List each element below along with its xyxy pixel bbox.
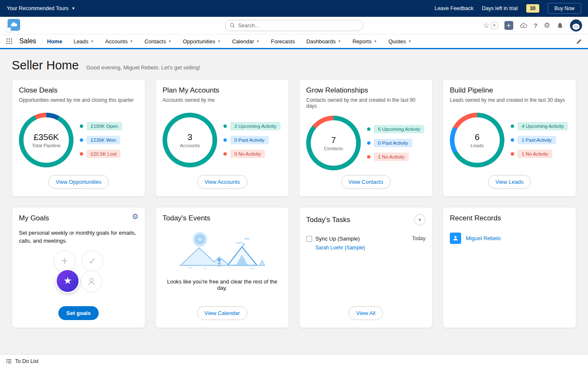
card-title: Grow Relationships	[306, 86, 425, 95]
favorites-star-icon[interactable]: ☆	[483, 21, 489, 30]
tab-forecasts[interactable]: Forecasts	[271, 34, 295, 48]
help-icon[interactable]: ?	[534, 22, 538, 29]
donut-legend: 4 Upcoming Activity 1 Past Activity 1 No…	[511, 122, 568, 158]
user-record-icon[interactable]	[450, 233, 461, 244]
view-all-tasks-button[interactable]: View All	[349, 306, 383, 320]
recent-record-link[interactable]: Miguel Rebelo	[466, 235, 501, 241]
edit-pencil-icon[interactable]	[576, 38, 582, 45]
tab-reports[interactable]: Reports▼	[352, 34, 377, 48]
card-title: Build Pipeline	[450, 86, 569, 95]
legend-pill-upcoming: 3 Upcoming Activity	[230, 122, 281, 130]
set-goals-button[interactable]: Set goals	[58, 306, 99, 320]
tab-opportunities[interactable]: Opportunities▼	[183, 34, 220, 48]
donut-center: 6 Leads	[454, 117, 500, 163]
notifications-bell-icon[interactable]	[556, 22, 564, 29]
chevron-down-icon: ▼	[338, 40, 341, 43]
tab-contacts[interactable]: Contacts▼	[144, 34, 171, 48]
tab-leads[interactable]: Leads▼	[74, 34, 94, 48]
donut-center-label: Accounts	[180, 143, 200, 148]
legend-item: £100K Open	[80, 122, 122, 130]
card-subtitle: Opportunities owned by me and closing th…	[19, 97, 138, 103]
card-recent-records: Recent Records Miguel Rebelo	[443, 207, 576, 328]
todo-list-label: To Do List	[15, 358, 39, 364]
teal-dot-icon	[511, 124, 514, 128]
card-todays-tasks: Today's Tasks ▼ Sync Up (Sample) Today S…	[299, 207, 433, 328]
recommended-tours-menu[interactable]: Your Recommended Tours ▼	[7, 5, 75, 11]
view-accounts-button[interactable]: View Accounts	[197, 175, 247, 189]
task-label[interactable]: Sync Up (Sample)	[315, 236, 360, 242]
page-header: Seller Home Good evening, Miguel Rebelo.…	[12, 58, 576, 72]
person-circle-icon	[81, 270, 102, 292]
teal-dot-icon	[367, 127, 370, 131]
recommended-tours-label: Your Recommended Tours	[7, 5, 68, 11]
legend-pill-past: 0 Past Activity	[230, 136, 269, 144]
secondary-cards-row: My Goals ⚙ Set personal weekly or monthl…	[12, 207, 576, 328]
red-dot-icon	[511, 152, 514, 156]
blue-dot-icon	[511, 138, 514, 142]
legend-pill-open: £100K Open	[87, 122, 122, 130]
trial-days-label: Days left in trial	[482, 5, 517, 11]
task-row: Sync Up (Sample) Today	[306, 236, 425, 242]
tab-dashboards[interactable]: Dashboards▼	[306, 34, 341, 48]
favorites-caret-button[interactable]: ▼	[491, 22, 498, 29]
legend-item: 1 No Activity	[511, 150, 568, 158]
search-input[interactable]	[238, 23, 358, 29]
contacts-donut-chart: 7 Contacts	[306, 116, 361, 170]
tab-label: Reports	[352, 38, 372, 45]
blue-dot-icon	[223, 138, 227, 142]
chevron-down-icon: ▼	[168, 40, 171, 43]
tasks-dropdown-button[interactable]: ▼	[414, 214, 425, 225]
app-navbar: Sales Home Leads▼ Accounts▼ Contacts▼ Op…	[0, 34, 588, 49]
tab-accounts[interactable]: Accounts▼	[105, 34, 133, 48]
donut-legend: 3 Upcoming Activity 0 Past Activity 0 No…	[223, 122, 281, 158]
trial-days-badge: 30	[526, 4, 539, 13]
donut-legend: £100K Open £235K Won £20.5K Lost	[80, 122, 122, 158]
chevron-down-icon: ▼	[493, 24, 496, 27]
user-avatar[interactable]	[570, 19, 582, 32]
todo-list-icon	[6, 359, 12, 364]
card-plan-my-accounts: Plan My Accounts Accounts owned by me 3 …	[155, 79, 289, 197]
card-title: Today's Tasks	[306, 216, 350, 224]
setup-gear-icon[interactable]: ⚙	[544, 21, 550, 30]
blue-dot-icon	[80, 138, 83, 142]
recent-record-item: Miguel Rebelo	[450, 233, 569, 244]
card-grow-relationships: Grow Relationships Contacts owned by me …	[299, 79, 433, 197]
tab-calendar[interactable]: Calendar▼	[232, 34, 260, 48]
global-search[interactable]	[225, 20, 363, 31]
donut-center-label: Contacts	[324, 146, 343, 151]
task-due-date: Today	[412, 236, 425, 241]
buy-now-button[interactable]: Buy Now	[548, 3, 581, 14]
header-utility-icons: ☆ ▼ + ? ⚙	[483, 19, 582, 32]
todo-list-utility-item[interactable]: To Do List	[6, 358, 39, 364]
legend-pill-lost: £20.5K Lost	[87, 150, 121, 158]
task-checkbox[interactable]	[306, 236, 312, 242]
blue-dot-icon	[367, 141, 370, 145]
view-leads-button[interactable]: View Leads	[488, 175, 531, 189]
goals-settings-gear-icon[interactable]: ⚙	[132, 213, 139, 220]
tab-label: Accounts	[105, 38, 128, 45]
chevron-down-icon: ▼	[256, 40, 260, 43]
chevron-down-icon: ▼	[217, 40, 220, 43]
donut-center-label: Total Pipeline	[32, 143, 60, 148]
card-build-pipeline: Build Pipeline Leads owned by me and cre…	[443, 79, 576, 197]
tab-quotes[interactable]: Quotes▼	[388, 34, 412, 48]
leave-feedback-link[interactable]: Leave Feedback	[435, 5, 473, 11]
chevron-down-icon: ▼	[374, 40, 377, 43]
global-actions-plus-icon[interactable]: +	[504, 21, 513, 30]
view-opportunities-button[interactable]: View Opportunities	[48, 175, 109, 189]
card-subtitle: Leads owned by me and created in the las…	[450, 97, 569, 103]
chevron-down-icon: ▼	[71, 6, 75, 11]
task-contact-link[interactable]: Sarah Loehr (Sample)	[315, 245, 425, 251]
salesforce-logo[interactable]	[6, 19, 20, 32]
app-launcher-icon[interactable]	[6, 38, 13, 45]
tab-label: Quotes	[388, 38, 406, 45]
card-todays-events: Today's Events	[155, 207, 289, 328]
leads-donut-chart: 6 Leads	[450, 113, 504, 167]
cloud-upload-icon[interactable]	[520, 22, 528, 29]
view-contacts-button[interactable]: View Contacts	[341, 175, 391, 189]
donut-center: £356K Total Pipeline	[24, 117, 69, 163]
legend-pill-none: 0 No Activity	[230, 150, 265, 158]
view-calendar-button[interactable]: View Calendar	[197, 306, 247, 320]
tab-home[interactable]: Home	[47, 34, 62, 48]
legend-item: £20.5K Lost	[80, 150, 122, 158]
